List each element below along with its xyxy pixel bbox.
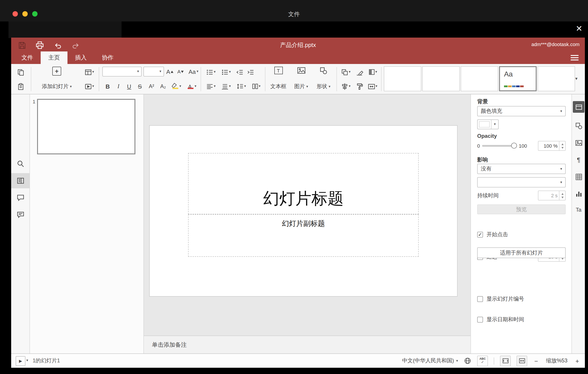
- italic-button[interactable]: I: [114, 80, 123, 92]
- set-language-button[interactable]: [464, 357, 471, 365]
- effect-option-dropdown[interactable]: ▾: [477, 177, 566, 187]
- tab-home[interactable]: 主页: [41, 51, 67, 64]
- image-settings-button[interactable]: [573, 137, 584, 149]
- fit-to-width-button[interactable]: [516, 355, 527, 366]
- text-box-button[interactable]: T 文本框: [268, 65, 289, 93]
- highlight-color-button[interactable]: ▾: [169, 80, 183, 92]
- close-icon[interactable]: ✕: [574, 23, 584, 34]
- subtitle-placeholder[interactable]: 幻灯片副标题: [188, 214, 419, 257]
- copy-style-button[interactable]: [354, 80, 364, 92]
- align-shapes-icon: [341, 83, 349, 90]
- slide-canvas[interactable]: 幻灯片标题 幻灯片副标题: [144, 94, 471, 336]
- chat-button[interactable]: [15, 209, 26, 220]
- start-slideshow-button[interactable]: ▾: [82, 80, 97, 92]
- search-button[interactable]: [15, 158, 26, 170]
- slides-panel-button[interactable]: [11, 173, 30, 188]
- arrange-shapes-button[interactable]: ▾: [339, 66, 353, 78]
- line-spacing-button[interactable]: ▾: [235, 80, 248, 92]
- paragraph-settings-button[interactable]: ¶: [573, 154, 584, 165]
- show-slide-number-checkbox[interactable]: [477, 296, 483, 302]
- superscript-button[interactable]: A²: [146, 80, 157, 92]
- notes-placeholder: 单击添加备注: [152, 341, 187, 349]
- slide-size-button[interactable]: ▾: [366, 80, 379, 92]
- columns-icon: [252, 83, 259, 90]
- fill-color-picker[interactable]: ▾: [477, 120, 499, 129]
- increase-indent-button[interactable]: [245, 66, 255, 78]
- opacity-input[interactable]: 100 %: [538, 141, 566, 151]
- theme-thumbnail[interactable]: [461, 66, 498, 91]
- insert-image-button[interactable]: 图片▾: [291, 65, 311, 93]
- increase-font-size-button[interactable]: A: [165, 66, 175, 77]
- vertical-align-button[interactable]: ▾: [219, 80, 233, 92]
- text-art-settings-button[interactable]: Ta: [573, 204, 584, 216]
- decrease-font-size-button[interactable]: A: [176, 66, 185, 77]
- slide-thumbnail-1[interactable]: [37, 99, 135, 154]
- theme-gallery-expand-button[interactable]: ▾: [571, 73, 582, 85]
- change-case-button[interactable]: Aa ▾: [186, 66, 201, 77]
- start-on-click-checkbox[interactable]: ✓: [477, 231, 483, 237]
- insert-shape-button[interactable]: 形状▾: [313, 65, 334, 93]
- start-slideshow-status-button[interactable]: ▶: [16, 356, 25, 366]
- strikethrough-button[interactable]: S: [135, 80, 144, 92]
- table-settings-button[interactable]: [573, 171, 584, 183]
- comments-button[interactable]: [15, 192, 26, 204]
- decrease-indent-button[interactable]: [235, 66, 244, 78]
- bold-button[interactable]: B: [103, 80, 112, 92]
- zoom-in-button[interactable]: +: [574, 357, 580, 364]
- zoom-level: 缩放%53: [545, 357, 568, 365]
- effect-dropdown[interactable]: 没有 ▾: [477, 164, 566, 174]
- fill-type-dropdown[interactable]: 颜色填充 ▾: [477, 106, 566, 116]
- fit-to-slide-button[interactable]: [500, 355, 511, 366]
- theme-thumbnail[interactable]: [422, 66, 460, 91]
- underline-button[interactable]: U: [125, 80, 134, 92]
- copy-button[interactable]: [15, 66, 26, 78]
- align-shapes-button[interactable]: ▾: [339, 80, 353, 92]
- horizontal-align-button[interactable]: ▾: [204, 80, 218, 92]
- shape-settings-button[interactable]: [573, 120, 584, 132]
- color-scheme-button[interactable]: ▾: [366, 66, 379, 78]
- paste-button[interactable]: [15, 80, 26, 92]
- language-selector[interactable]: 中文(中华人民共和国) ▾: [402, 357, 458, 365]
- theme-thumbnail-selected[interactable]: Aa: [499, 66, 537, 91]
- duration-spinner[interactable]: [559, 191, 565, 200]
- title-placeholder[interactable]: 幻灯片标题: [188, 153, 419, 214]
- opacity-min-label: 0: [477, 143, 480, 149]
- chevron-down-icon: ▾: [214, 85, 216, 88]
- opacity-spinner[interactable]: [559, 141, 565, 150]
- apply-to-all-slides-button[interactable]: 适用于所有幻灯片: [477, 247, 566, 258]
- subscript-button[interactable]: A₂: [158, 80, 168, 92]
- font-color-button[interactable]: A ▾: [185, 80, 198, 92]
- notes-area[interactable]: 单击添加备注: [144, 336, 471, 353]
- tab-insert[interactable]: 插入: [67, 51, 94, 64]
- theme-thumbnail[interactable]: [537, 66, 575, 91]
- opacity-slider[interactable]: [482, 141, 517, 151]
- clear-style-button[interactable]: [354, 66, 364, 78]
- theme-thumbnail[interactable]: [384, 66, 421, 91]
- zoom-out-button[interactable]: −: [533, 357, 539, 364]
- add-slide-button[interactable]: + 添加幻灯片▾: [33, 65, 80, 93]
- chart-settings-button[interactable]: [573, 188, 584, 199]
- bullet-list-button[interactable]: ▾: [204, 66, 218, 78]
- font-name-combo[interactable]: ▾: [102, 67, 142, 77]
- slide-layout-button[interactable]: ▾: [82, 66, 97, 78]
- opacity-slider-knob[interactable]: [511, 143, 517, 149]
- duration-input[interactable]: 2 s: [538, 191, 566, 200]
- opacity-max-label: 100: [519, 143, 527, 149]
- font-size-combo[interactable]: ▾: [143, 67, 164, 77]
- slide-settings-button[interactable]: [573, 101, 584, 113]
- slide[interactable]: 幻灯片标题 幻灯片副标题: [150, 126, 457, 296]
- tab-file[interactable]: 文件: [14, 51, 41, 64]
- spellcheck-button[interactable]: ABC ✓: [477, 355, 488, 366]
- chevron-down-icon[interactable]: ▾: [26, 359, 28, 362]
- numbered-list-button[interactable]: ▾: [219, 66, 233, 78]
- hamburger-menu-icon[interactable]: [571, 55, 579, 60]
- font-decrease-icon: A: [177, 69, 181, 74]
- show-date-time-checkbox[interactable]: [477, 317, 483, 322]
- color-scheme-icon: [368, 68, 375, 76]
- paste-icon: [17, 83, 24, 90]
- preview-button[interactable]: 预览: [477, 204, 566, 214]
- tab-collaborate[interactable]: 协作: [94, 51, 121, 64]
- columns-button[interactable]: ▾: [250, 80, 262, 92]
- slide-layout-icon: [85, 68, 92, 76]
- highlight-color-icon: [171, 82, 178, 90]
